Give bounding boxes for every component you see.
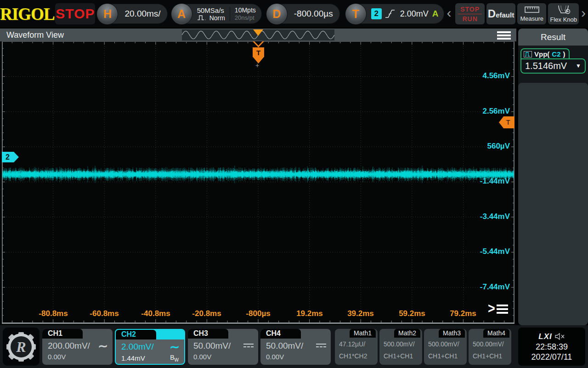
math-tab[interactable]: Math2 (394, 329, 420, 338)
expand-menu-icon[interactable]: > (488, 302, 508, 316)
pulse-icon (197, 15, 207, 21)
math-tab[interactable]: Math3 (439, 329, 465, 338)
toolbar-prev-chevron[interactable]: ‹ (444, 6, 453, 20)
x-axis-label: -80.8ms (39, 309, 68, 318)
acquisition-knob[interactable]: A (171, 3, 192, 25)
ac-coupling-icon: ∼ (170, 343, 180, 351)
math-expression: CH1+CH1 (428, 352, 458, 360)
x-axis-label: -20.8ms (192, 309, 221, 318)
measurement-channel: C2 (552, 50, 560, 58)
x-axis-label: -40.8ms (141, 309, 170, 318)
rising-edge-icon (384, 8, 396, 20)
y-axis-label: 2.56mV (464, 107, 510, 116)
measure-button[interactable]: Measure (517, 3, 546, 24)
y-axis-label: 560µV (464, 142, 510, 151)
channel-tab[interactable]: CH1 (42, 329, 83, 339)
math-tab[interactable]: Math4 (483, 329, 509, 338)
bandwidth-limit-badge: BW (170, 354, 179, 362)
result-panel: Result Vpp(C2) 1.5146mV ▼ (518, 29, 588, 325)
delay-control[interactable]: D -800.00µs (266, 4, 340, 24)
math-scale: 500.00mV/ (473, 340, 504, 348)
x-axis-label: -800µs (246, 309, 270, 318)
measurement-value: 1.5146mV (525, 61, 567, 71)
rigol-logo: RIGOL (0, 4, 54, 24)
math-tab[interactable]: Math1 (350, 329, 376, 338)
trigger-source-badge: 2 (371, 8, 382, 19)
trigger-knob[interactable]: T (345, 3, 367, 25)
math-card-math4[interactable]: Math4 500.00mV/ CH1+CH1 (469, 329, 511, 365)
channel-scale: 50.00mV/ (266, 341, 303, 351)
channel-tab[interactable]: CH3 (188, 329, 228, 339)
math-scale: 47.12µU/ (339, 340, 365, 348)
ruler-icon (525, 6, 539, 13)
measurement-dropdown-caret[interactable]: ▼ (576, 63, 581, 69)
system-clock[interactable]: LXI 22:58:39 2022/07/11 (518, 328, 585, 366)
channel-card-ch1[interactable]: CH1 200.00mV/∼ 0.00V (42, 329, 113, 365)
run-state-indicator[interactable]: STOP (55, 3, 95, 24)
x-axis-label: 19.2ms (296, 309, 323, 318)
svg-text:R: R (16, 339, 26, 355)
trigger-level-value: 2.00mV (396, 9, 432, 19)
result-panel-title: Result (518, 29, 588, 46)
toolbar-next-chevron[interactable]: › (579, 6, 588, 20)
math-scale: 500.00mV/ (384, 340, 415, 348)
math-card-math1[interactable]: Math1 47.12µU/ CH1*CH2 (335, 329, 378, 365)
acquisition-control[interactable]: A 50MSa/s Norm 10Mpts 20ns/pt (171, 4, 262, 24)
x-axis-label: -60.8ms (90, 309, 119, 318)
system-logo-button[interactable]: R (3, 328, 40, 366)
waveform-view-titlebar: Waveform View (0, 29, 516, 41)
delay-knob[interactable]: D (266, 3, 288, 25)
y-axis-label: -5.44mV (464, 247, 510, 256)
channel-scale: 200.00mV/ (48, 341, 90, 351)
channel-card-ch4[interactable]: CH4 50.00mV/ 0.00V (260, 329, 331, 365)
acq-mode: Norm (209, 15, 225, 21)
channel-card-ch3[interactable]: CH3 50.00mV/ 0.00V (188, 329, 258, 365)
trigger-control[interactable]: T 2 2.00mV A (345, 4, 445, 24)
channel-offset: 0.00V (48, 353, 66, 361)
vpp-icon (524, 51, 532, 58)
measurement-card[interactable]: Vpp(C2) 1.5146mV ▼ (518, 46, 588, 76)
dc-coupling-icon (316, 344, 326, 349)
horizontal-scale-control[interactable]: H 20.00ms/ (97, 4, 167, 24)
horizontal-knob[interactable]: H (96, 3, 118, 25)
channel-card-ch2[interactable]: CH2 2.00mV/∼ 1.44mV BW (115, 329, 185, 365)
horizontal-scale-value: 20.00ms/ (118, 9, 167, 19)
default-button[interactable]: Default (486, 3, 515, 24)
y-axis-label: 4.56mV (464, 71, 510, 80)
math-expression: CH1+CH1 (473, 352, 502, 360)
top-toolbar: RIGOL STOP H 20.00ms/ A 50MSa/s Norm 10M… (0, 0, 588, 28)
stop-run-button[interactable]: STOP RUN (455, 3, 484, 24)
math-card-math2[interactable]: Math2 500.00mV/ CH1+CH1 (379, 329, 422, 365)
dc-coupling-icon (243, 344, 254, 349)
delay-value: -800.00µs (288, 9, 339, 19)
y-axis-label: -7.44mV (464, 282, 510, 292)
y-axis-label: -1.44mV (464, 177, 510, 186)
waveform-grid[interactable]: 4.56mV 2.56mV 560µV -1.44mV -3.44mV -5.4… (0, 41, 516, 325)
menu-icon[interactable] (497, 31, 511, 40)
channel-tab[interactable]: CH4 (260, 329, 301, 339)
system-date: 2022/07/11 (531, 352, 572, 362)
ac-coupling-icon: ∼ (98, 342, 108, 350)
lxi-logo: LXI (538, 332, 552, 341)
flex-knob-button[interactable]: Flex Knob (548, 3, 579, 24)
x-axis-label: 79.2ms (450, 309, 476, 318)
horizontal-position-strip[interactable] (182, 29, 334, 40)
math-card-math3[interactable]: Math3 500.00mV/ CH1+CH1 (424, 329, 467, 365)
waveform-view: Waveform View 4.56mV 2.56mV 560µV -1.44m… (0, 29, 516, 325)
memory-depth: 10Mpts (235, 7, 256, 14)
channel-tab[interactable]: CH2 (116, 330, 156, 339)
channel-offset: 0.00V (266, 353, 284, 361)
knob-icon (557, 5, 571, 14)
grid-plot (2, 41, 514, 324)
trigger-sweep-mode: A (432, 9, 444, 19)
system-time: 22:58:39 (536, 342, 568, 351)
sample-resolution: 20ns/pt (235, 15, 256, 21)
channel-offset: 1.44mV (121, 354, 145, 362)
channel-scale: 2.00mV/ (121, 342, 154, 352)
channel-scale: 50.00mV/ (193, 341, 231, 351)
math-expression: CH1*CH2 (339, 352, 367, 360)
rigol-gear-logo: R (6, 332, 36, 362)
channel-offset: 0.00V (193, 353, 211, 361)
sample-rate: 50MSa/s (197, 7, 225, 14)
x-axis-label: 59.2ms (399, 309, 425, 318)
